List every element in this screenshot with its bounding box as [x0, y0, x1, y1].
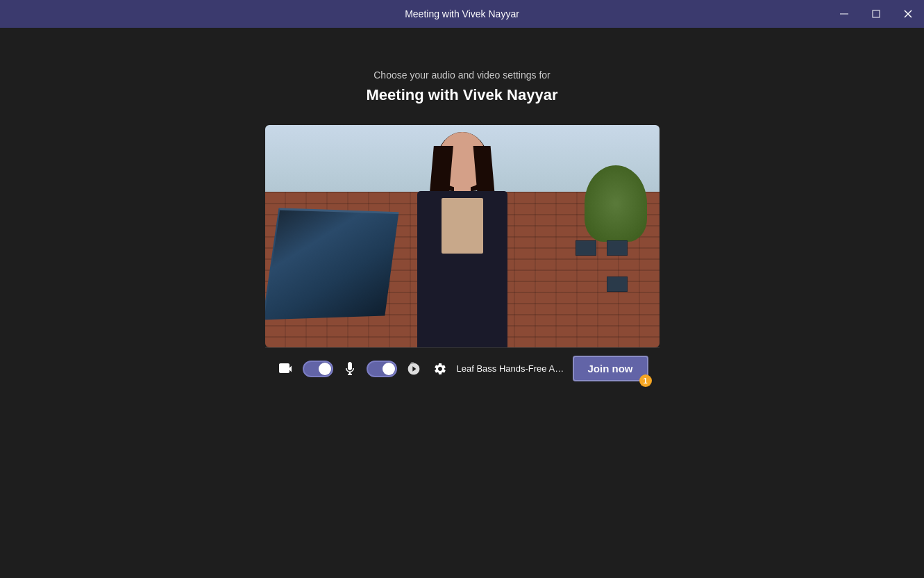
main-content: Choose your audio and video settings for…	[0, 28, 924, 389]
glass-building	[265, 208, 399, 320]
controls-bar: Leaf Bass Hands-Free AG Au... Join now 1	[265, 347, 660, 389]
settings-subtitle: Choose your audio and video settings for	[373, 69, 551, 81]
person-figure	[386, 132, 539, 347]
building-window-1	[607, 240, 628, 256]
notification-badge: 1	[639, 374, 652, 387]
settings-icon[interactable]	[430, 359, 450, 379]
titlebar: Meeting with Vivek Nayyar	[0, 0, 924, 28]
tree	[585, 165, 647, 242]
close-button[interactable]	[892, 0, 924, 28]
mic-icon	[340, 359, 360, 379]
svg-rect-1	[873, 10, 880, 17]
building-window-3	[607, 276, 628, 292]
noise-cancellation-icon[interactable]	[404, 359, 423, 379]
titlebar-title: Meeting with Vivek Nayyar	[405, 8, 519, 19]
camera-icon	[276, 359, 296, 379]
person-shirt	[442, 198, 483, 254]
meeting-title: Meeting with Vivek Nayyar	[367, 86, 558, 104]
building-window-2	[576, 240, 596, 256]
audio-toggle-knob	[383, 363, 395, 375]
audio-toggle[interactable]	[367, 361, 397, 377]
join-now-button[interactable]: Join now	[573, 356, 648, 381]
video-preview	[265, 125, 660, 347]
svg-rect-0	[840, 14, 848, 15]
maximize-button[interactable]	[860, 0, 892, 28]
join-button-wrapper: Join now 1	[573, 356, 648, 381]
device-label: Leaf Bass Hands-Free AG Au...	[457, 363, 566, 374]
titlebar-controls	[828, 0, 924, 28]
video-scene	[265, 125, 660, 347]
minimize-button[interactable]	[828, 0, 860, 28]
video-toggle[interactable]	[303, 361, 333, 377]
video-toggle-knob	[319, 363, 331, 375]
